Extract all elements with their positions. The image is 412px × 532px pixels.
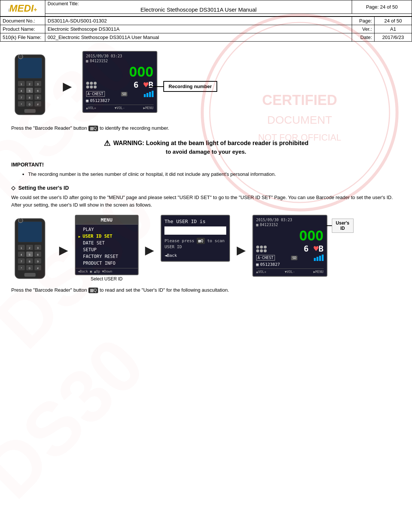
screen2-vol-plus: ▲VOL+ [256, 270, 266, 274]
doc-title-cell: Document Title: Electronic Stethoscope D… [45, 0, 352, 14]
userid-label: The USER ID is [164, 219, 226, 224]
screen2-record: 05123827 [260, 262, 280, 267]
svg-text:#: # [37, 103, 39, 106]
important-title: IMPORTANT! [11, 162, 401, 168]
screen1-ooo: OOO [129, 65, 154, 79]
arrow-2: ► [56, 242, 71, 259]
barcode-icon3: ▦ [256, 223, 258, 227]
screen1-id: 84123152 [90, 59, 108, 63]
svg-point-7 [18, 54, 23, 59]
page-label2: Page: [352, 17, 375, 25]
menu-item-dateset: DATE SET [79, 240, 135, 246]
svg-text:7: 7 [21, 260, 22, 263]
userid-screen: The USER ID is Please press ▦Q to scan U… [161, 215, 230, 262]
screen1-record-row: ▦ 05123827 [86, 98, 154, 103]
svg-text:1: 1 [21, 247, 22, 249]
doc-title-value: Electronic Stethoscope DS3011A User Manu… [48, 6, 349, 13]
setting-body: We could set the user's ID after going t… [11, 194, 401, 210]
screen1-chest: A·CHEST [86, 91, 105, 97]
arrow-1: ► [60, 78, 75, 95]
menu-title: MENU [76, 216, 138, 225]
callout-recording: Recording number [148, 81, 217, 92]
svg-rect-20 [24, 109, 36, 113]
diamond-icon: ◇ [11, 185, 15, 191]
svg-text:3: 3 [37, 83, 39, 85]
svg-text:#: # [37, 267, 39, 270]
setting-title: ◇ Setting the user's ID [11, 185, 401, 191]
main-content: 1 2 3 4 5 6 7 8 9 * 0 # ► 2015/09/30 03:… [0, 42, 412, 301]
product-label: Product Name: [0, 25, 45, 33]
barcode-btn-1: ▦Q [88, 126, 99, 131]
logo-cell: iMEDI+ [0, 0, 45, 16]
barcode-btn-scan: ▦Q [197, 238, 205, 244]
svg-text:0: 0 [29, 267, 30, 270]
screen2: 2015/09/30 03:23 ▦ 84123152 OOO [252, 215, 327, 277]
screen1-bottom: ▲VOL+ ▼VOL- ▶MENU [86, 105, 154, 110]
menu-screen: MENU PLAY USER ID SET DATE SET SETUP FAC… [75, 215, 139, 275]
menu-items: PLAY USER ID SET DATE SET SETUP FACTORY … [76, 225, 138, 268]
ver-label: Ver.: [352, 25, 375, 33]
logo: iMEDI+ [3, 3, 43, 14]
menu-screen-wrapper: MENU PLAY USER ID SET DATE SET SETUP FAC… [75, 215, 139, 282]
svg-text:1: 1 [21, 83, 22, 85]
bottom-device-section: 1 2 3 4 5 6 7 8 9 * 0 # ► MENU PLAY [11, 215, 401, 285]
page-value: 24 of 50 [380, 4, 398, 10]
header-table: iMEDI+ Document Title: Electronic Stetho… [0, 0, 412, 16]
userid-back: ◄Back [164, 253, 226, 258]
screen2-middle-row: 6 ♥B [256, 244, 324, 253]
doc-no-label: Document No.: [0, 17, 45, 25]
press-note-2: Press the "Barcode Reader" button ▦Q to … [11, 287, 401, 293]
userid-input [164, 226, 226, 235]
svg-text:*: * [21, 103, 22, 106]
svg-rect-48 [24, 273, 36, 277]
page-label: Page: [366, 4, 379, 10]
screen2-sd: SD [291, 256, 297, 260]
menu-item-userid: USER ID SET [79, 233, 135, 240]
screen2-dots [256, 246, 267, 252]
setting-section: ◇ Setting the user's ID We could set the… [11, 185, 401, 210]
svg-text:0: 0 [29, 103, 30, 106]
screen1-dots [86, 82, 97, 88]
file-value: 002_Electronic Stethoscope DS3011A User … [45, 33, 352, 42]
top-device-section: 1 2 3 4 5 6 7 8 9 * 0 # ► 2015/09/30 03:… [11, 51, 401, 121]
screen2-id: 84123152 [260, 223, 278, 227]
page-value2: 24 of 50 [375, 17, 412, 25]
vol-plus: ▲VOL+ [86, 106, 96, 110]
setting-title-text: Setting the user's ID [18, 185, 69, 191]
screen2-6b: 6 ♥B [304, 244, 324, 253]
userid-scan: Please press ▦Q to scan USER ID [164, 238, 226, 250]
screen2-bottom: ▲VOL+ ▼VOL- ▶MENU [256, 268, 324, 274]
doc-title-label: Document Title: [48, 1, 349, 6]
svg-text:7: 7 [21, 96, 22, 99]
recording-label: Recording number [163, 81, 217, 92]
menu-item-product: PRODUCT INFO [79, 260, 135, 267]
important-bullet: The recording number is the series numbe… [28, 171, 401, 178]
screen1-chest-row: A·CHEST SD [86, 91, 154, 97]
userid-badge: User'sID [332, 219, 354, 233]
screen1-id-row: ▦ 84123152 [86, 59, 154, 63]
screen2-datetime: 2015/09/30 03:23 [256, 218, 324, 222]
screen2-bars [314, 255, 324, 261]
screen1: 2015/09/30 03:23 ▦ 84123152 OOO [82, 51, 157, 113]
doc-no-row [45, 14, 412, 16]
svg-text:5: 5 [29, 253, 30, 256]
warning-box: ⚠ WARNING: Looking at the beam light of … [75, 139, 337, 155]
select-label: Select USER ID [91, 276, 122, 282]
screen2-record-row: ▦ 05123827 [256, 262, 324, 267]
date-value: 2017/6/23 [375, 33, 412, 42]
svg-text:3: 3 [37, 247, 39, 249]
warning-title: ⚠ WARNING: Looking at the beam light of … [75, 139, 337, 148]
screen2-wrapper: 2015/09/30 03:23 ▦ 84123152 OOO [252, 215, 327, 277]
warning-icon: ⚠ [104, 139, 110, 148]
device-illustration-2: 1 2 3 4 5 6 7 8 9 * 0 # [11, 215, 52, 285]
screen2-chest-row: A·CHEST SD [256, 255, 324, 261]
press-note-1: Press the "Barcode Reader" button ▦Q to … [11, 125, 401, 131]
menu-item-play: PLAY [79, 226, 135, 233]
product-value: Electronic Stethoscope DS3011A [45, 25, 352, 33]
page-cell: Page: 24 of 50 [352, 0, 412, 14]
menu-item-setup: SETUP [79, 246, 135, 253]
screen2-id-row: ▦ 84123152 [256, 223, 324, 227]
svg-text:8: 8 [29, 260, 30, 263]
barcode-icon2: ▦ [86, 98, 89, 103]
svg-text:5: 5 [29, 90, 30, 92]
